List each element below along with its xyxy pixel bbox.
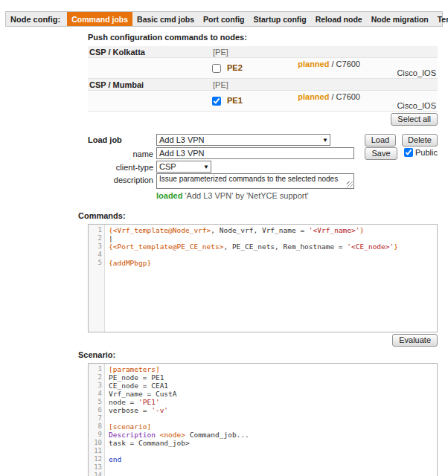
load-job-select[interactable]: Add L3 VPN ▼: [156, 134, 330, 146]
code-token: Description: [109, 431, 156, 439]
client-type-row: client-type CSP ▼: [88, 161, 438, 173]
node-role: [PE]: [213, 48, 228, 57]
scenario-section-title: Scenario:: [78, 350, 438, 360]
node-vendor: Cisco_IOS: [397, 101, 436, 110]
status-row: loaded 'Add L3 VPN' by 'NetYCE support': [88, 190, 438, 201]
line-number: 4: [89, 251, 102, 259]
line-number: 5: [89, 259, 102, 267]
client-type-select-value: CSP: [159, 162, 176, 171]
code-line: {<Port_template@PE_CE_nets>, PE_CE_nets,…: [109, 242, 437, 251]
tab-startup-config[interactable]: Startup config: [249, 12, 311, 26]
line-number: 2: [89, 373, 102, 382]
code-line: |: [109, 234, 437, 242]
public-option: Public: [404, 148, 438, 157]
commands-line-numbers: 12345: [89, 225, 105, 332]
code-line: {<Vrf_template@Node_vrf>, Node_vrf, Vrf_…: [109, 226, 437, 234]
name-input[interactable]: [156, 147, 354, 159]
node-checkbox[interactable]: [212, 64, 221, 73]
code-line: [109, 472, 437, 476]
description-row: description Issue parameterized commands…: [88, 173, 438, 190]
name-row: name Save Public: [88, 147, 438, 161]
code-line: [scenario]: [109, 422, 437, 431]
line-number: 9: [89, 431, 102, 439]
code-line: task = Command_job>: [109, 439, 437, 447]
node-status-keyword: planned: [298, 60, 329, 68]
delete-button[interactable]: Delete: [402, 134, 438, 147]
client-type-label: client-type: [88, 163, 153, 172]
code-token: [parameters]: [109, 365, 160, 373]
save-button[interactable]: Save: [365, 147, 397, 160]
client-name: CSP / Kolkatta: [89, 48, 145, 57]
code-token: verbose =: [109, 406, 151, 414]
load-status-detail: 'Add L3 VPN' by 'NetYCE support': [182, 191, 308, 200]
code-token: |: [109, 234, 113, 242]
code-token: , Node_vrf, Vrf_name =: [211, 226, 309, 234]
commands-editor[interactable]: 12345 {<Vrf_template@Node_vrf>, Node_vrf…: [88, 224, 438, 332]
commands-section-title: Commands:: [78, 211, 438, 221]
code-token: }: [359, 226, 364, 234]
code-token: }: [394, 242, 398, 251]
commands-code-area: {<Vrf_template@Node_vrf>, Node_vrf, Vrf_…: [105, 225, 437, 332]
load-job-row: Load job Add L3 VPN ▼ Load Delete: [88, 134, 438, 147]
node-status: planned / C7600: [265, 92, 360, 101]
code-token: '<Vrf_name>': [309, 226, 360, 234]
description-textarea[interactable]: Issue parameterized commands to the sele…: [156, 173, 354, 189]
code-line: Vrf_name = CustA: [109, 390, 437, 398]
tab-port-config[interactable]: Port config: [199, 12, 249, 26]
line-number: 13: [89, 463, 102, 472]
description-textarea-wrap: Issue parameterized commands to the sele…: [156, 173, 354, 189]
node-model: / C7600: [329, 60, 360, 68]
tabs: Command jobsBasic cmd jobsPort configSta…: [67, 12, 448, 26]
tab-template-usage[interactable]: Template usage: [433, 12, 448, 26]
page-title: Node config:: [10, 15, 60, 24]
code-token: '<CE_node>': [347, 242, 394, 251]
node-group-header: CSP / Kolkatta[PE]: [88, 46, 438, 58]
line-number: 14: [89, 472, 102, 476]
load-button[interactable]: Load: [365, 134, 396, 147]
node-checkbox[interactable]: [212, 97, 221, 106]
code-token: <node>: [160, 431, 185, 439]
tab-basic-cmd-jobs[interactable]: Basic cmd jobs: [132, 12, 199, 26]
main-content: Push configuration commands to nodes: CS…: [88, 33, 438, 476]
line-number: 5: [89, 398, 102, 406]
code-token: {<Vrf_template@Node_vrf>: [109, 226, 211, 234]
code-token: Vrf_name = CustA: [109, 390, 177, 398]
client-type-select[interactable]: CSP ▼: [156, 161, 211, 173]
description-label: description: [88, 176, 153, 184]
code-token: end: [109, 455, 121, 463]
select-all-row: Select all: [88, 113, 438, 126]
code-line: [109, 251, 437, 259]
load-job-select-value: Add L3 VPN: [159, 135, 205, 144]
dropdown-arrow-icon: ▼: [203, 164, 209, 170]
evaluate-row: Evaluate: [88, 334, 438, 347]
code-line: [109, 463, 437, 472]
line-number: 1: [89, 226, 102, 234]
code-line: [109, 414, 437, 422]
code-line: {addMPbgp}: [109, 259, 437, 267]
scenario-code-area: [parameters]PE_node = PE1CE_node = CEA1V…: [105, 364, 437, 476]
load-status-keyword: loaded: [156, 191, 182, 200]
line-number: 7: [89, 414, 102, 422]
code-line: verbose = '-v': [109, 406, 437, 414]
client-name: CSP / Mumbai: [89, 80, 144, 89]
line-number: 11: [89, 447, 102, 455]
tab-node-migration[interactable]: Node migration: [367, 12, 433, 26]
code-token: '-v': [151, 406, 168, 414]
line-number: 4: [89, 390, 102, 398]
scenario-editor[interactable]: 1234567891011121314 [parameters]PE_node …: [88, 363, 438, 476]
scenario-line-numbers: 1234567891011121314: [89, 364, 105, 476]
tab-command-jobs[interactable]: Command jobs: [67, 12, 132, 26]
public-label: Public: [415, 148, 438, 157]
evaluate-button[interactable]: Evaluate: [392, 334, 438, 347]
tab-reload-node[interactable]: Reload node: [311, 12, 367, 26]
code-line: Description <node> Command_job...: [109, 431, 437, 439]
line-number: 3: [89, 242, 102, 251]
node-status-keyword: planned: [298, 92, 329, 101]
line-number: 2: [89, 234, 102, 242]
public-checkbox[interactable]: [404, 148, 413, 157]
code-token: {<Port_template@PE_CE_nets>: [109, 242, 223, 251]
line-number: 8: [89, 422, 102, 431]
code-token: 'PE1': [138, 398, 160, 406]
line-number: 1: [89, 365, 102, 373]
select-all-button[interactable]: Select all: [391, 113, 438, 126]
